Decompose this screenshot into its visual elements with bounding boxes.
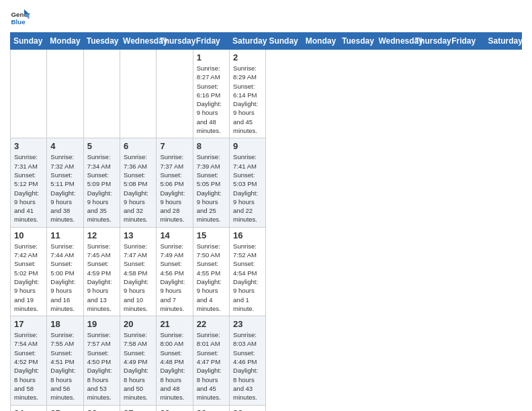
day-info: Sunrise: 7:55 AM Sunset: 4:51 PM Dayligh…: [50, 330, 79, 402]
day-of-week-header: Tuesday: [339, 33, 375, 50]
day-info: Sunrise: 8:00 AM Sunset: 4:48 PM Dayligh…: [160, 330, 189, 402]
calendar-day-cell: 12Sunrise: 7:45 AM Sunset: 4:59 PM Dayli…: [83, 227, 120, 316]
page-header: General Blue: [10, 7, 522, 27]
day-number: 1: [197, 52, 226, 62]
day-info: Sunrise: 7:36 AM Sunset: 5:08 PM Dayligh…: [124, 152, 152, 224]
day-info: Sunrise: 7:52 AM Sunset: 4:54 PM Dayligh…: [233, 242, 262, 313]
calendar-week-row: 10Sunrise: 7:42 AM Sunset: 5:02 PM Dayli…: [11, 227, 522, 316]
calendar-header-row: SundayMondayTuesdayWednesdayThursdayFrid…: [11, 33, 522, 50]
svg-text:Blue: Blue: [11, 18, 26, 26]
day-of-week-header: Wednesday: [375, 33, 412, 50]
calendar-day-cell: 26Sunrise: 8:07 AM Sunset: 4:44 PM Dayli…: [83, 405, 120, 411]
calendar-day-cell: 23Sunrise: 8:03 AM Sunset: 4:46 PM Dayli…: [230, 316, 266, 405]
calendar-day-cell: 8Sunrise: 7:39 AM Sunset: 5:05 PM Daylig…: [193, 138, 229, 227]
calendar-day-cell: 30Sunrise: 8:13 AM Sunset: 4:41 PM Dayli…: [230, 405, 266, 411]
day-of-week-header: Sunday: [11, 33, 47, 50]
calendar-day-cell: 28Sunrise: 8:10 AM Sunset: 4:42 PM Dayli…: [157, 405, 193, 411]
calendar-day-cell: [157, 50, 193, 138]
day-info: Sunrise: 7:32 AM Sunset: 5:11 PM Dayligh…: [50, 152, 79, 224]
day-info: Sunrise: 7:41 AM Sunset: 5:03 PM Dayligh…: [233, 152, 262, 224]
calendar-day-cell: 20Sunrise: 7:58 AM Sunset: 4:49 PM Dayli…: [120, 316, 157, 405]
day-of-week-header: Thursday: [412, 33, 448, 50]
calendar-day-cell: 13Sunrise: 7:47 AM Sunset: 4:58 PM Dayli…: [120, 227, 157, 316]
day-info: Sunrise: 8:27 AM Sunset: 6:16 PM Dayligh…: [197, 64, 226, 135]
day-info: Sunrise: 8:29 AM Sunset: 6:14 PM Dayligh…: [233, 64, 262, 135]
day-number: 15: [197, 230, 226, 240]
day-of-week-header: Tuesday: [83, 33, 120, 50]
day-number: 29: [197, 408, 226, 412]
calendar-week-row: 24Sunrise: 8:04 AM Sunset: 4:45 PM Dayli…: [11, 405, 522, 411]
day-info: Sunrise: 7:57 AM Sunset: 4:50 PM Dayligh…: [87, 330, 116, 402]
page-container: General Blue SundayMondayTuesdayWednesda…: [0, 0, 532, 411]
day-number: 3: [14, 141, 43, 151]
day-info: Sunrise: 8:03 AM Sunset: 4:46 PM Dayligh…: [233, 330, 262, 402]
day-number: 18: [50, 319, 79, 329]
calendar-table: SundayMondayTuesdayWednesdayThursdayFrid…: [10, 32, 522, 411]
calendar-day-cell: 6Sunrise: 7:36 AM Sunset: 5:08 PM Daylig…: [120, 138, 157, 227]
day-number: 27: [124, 408, 152, 412]
calendar-week-row: 3Sunrise: 7:31 AM Sunset: 5:12 PM Daylig…: [11, 138, 522, 227]
calendar-day-cell: 18Sunrise: 7:55 AM Sunset: 4:51 PM Dayli…: [47, 316, 83, 405]
day-number: 21: [160, 319, 189, 329]
calendar-day-cell: 15Sunrise: 7:50 AM Sunset: 4:55 PM Dayli…: [193, 227, 229, 316]
calendar-day-cell: 25Sunrise: 8:06 AM Sunset: 4:44 PM Dayli…: [47, 405, 83, 411]
day-number: 24: [14, 408, 43, 412]
day-number: 19: [87, 319, 116, 329]
day-number: 25: [50, 408, 79, 412]
calendar-day-cell: 5Sunrise: 7:34 AM Sunset: 5:09 PM Daylig…: [83, 138, 120, 227]
calendar-week-row: 1Sunrise: 8:27 AM Sunset: 6:16 PM Daylig…: [11, 50, 522, 138]
day-info: Sunrise: 7:50 AM Sunset: 4:55 PM Dayligh…: [197, 242, 226, 313]
day-number: 4: [50, 141, 79, 151]
logo-icon: General Blue: [10, 7, 30, 27]
day-of-week-header: Monday: [302, 33, 339, 50]
calendar-day-cell: 14Sunrise: 7:49 AM Sunset: 4:56 PM Dayli…: [157, 227, 193, 316]
day-number: 12: [87, 230, 116, 240]
calendar-day-cell: 27Sunrise: 8:09 AM Sunset: 4:43 PM Dayli…: [120, 405, 157, 411]
day-number: 8: [197, 141, 226, 151]
day-number: 6: [124, 141, 152, 151]
day-of-week-header: Friday: [193, 33, 229, 50]
day-info: Sunrise: 7:39 AM Sunset: 5:05 PM Dayligh…: [197, 152, 226, 224]
calendar-day-cell: 24Sunrise: 8:04 AM Sunset: 4:45 PM Dayli…: [11, 405, 47, 411]
calendar-day-cell: 1Sunrise: 8:27 AM Sunset: 6:16 PM Daylig…: [193, 50, 229, 138]
calendar-day-cell: 11Sunrise: 7:44 AM Sunset: 5:00 PM Dayli…: [47, 227, 83, 316]
calendar-day-cell: 3Sunrise: 7:31 AM Sunset: 5:12 PM Daylig…: [11, 138, 47, 227]
day-number: 16: [233, 230, 262, 240]
calendar-day-cell: 9Sunrise: 7:41 AM Sunset: 5:03 PM Daylig…: [230, 138, 266, 227]
day-info: Sunrise: 7:47 AM Sunset: 4:58 PM Dayligh…: [124, 242, 152, 313]
logo: General Blue: [10, 7, 30, 27]
day-info: Sunrise: 7:44 AM Sunset: 5:00 PM Dayligh…: [50, 242, 79, 313]
day-number: 10: [14, 230, 43, 240]
calendar-day-cell: 7Sunrise: 7:37 AM Sunset: 5:06 PM Daylig…: [157, 138, 193, 227]
day-of-week-header: Wednesday: [120, 33, 157, 50]
calendar-day-cell: 2Sunrise: 8:29 AM Sunset: 6:14 PM Daylig…: [230, 50, 266, 138]
day-info: Sunrise: 7:34 AM Sunset: 5:09 PM Dayligh…: [87, 152, 116, 224]
day-number: 22: [197, 319, 226, 329]
day-of-week-header: Saturday: [485, 33, 522, 50]
day-of-week-header: Friday: [449, 33, 485, 50]
calendar-day-cell: 19Sunrise: 7:57 AM Sunset: 4:50 PM Dayli…: [83, 316, 120, 405]
day-number: 9: [233, 141, 262, 151]
calendar-day-cell: [83, 50, 120, 138]
calendar-day-cell: [11, 50, 47, 138]
day-of-week-header: Sunday: [266, 33, 302, 50]
calendar-day-cell: 21Sunrise: 8:00 AM Sunset: 4:48 PM Dayli…: [157, 316, 193, 405]
day-number: 13: [124, 230, 152, 240]
calendar-day-cell: 29Sunrise: 8:11 AM Sunset: 4:41 PM Dayli…: [193, 405, 229, 411]
calendar-day-cell: 17Sunrise: 7:54 AM Sunset: 4:52 PM Dayli…: [11, 316, 47, 405]
day-info: Sunrise: 7:31 AM Sunset: 5:12 PM Dayligh…: [14, 152, 43, 224]
day-number: 20: [124, 319, 152, 329]
day-number: 7: [160, 141, 189, 151]
day-number: 14: [160, 230, 189, 240]
day-number: 28: [160, 408, 189, 412]
day-number: 2: [233, 52, 262, 62]
calendar-day-cell: 10Sunrise: 7:42 AM Sunset: 5:02 PM Dayli…: [11, 227, 47, 316]
day-info: Sunrise: 7:49 AM Sunset: 4:56 PM Dayligh…: [160, 242, 189, 313]
calendar-week-row: 17Sunrise: 7:54 AM Sunset: 4:52 PM Dayli…: [11, 316, 522, 405]
calendar-day-cell: 22Sunrise: 8:01 AM Sunset: 4:47 PM Dayli…: [193, 316, 229, 405]
calendar-day-cell: [47, 50, 83, 138]
day-number: 30: [233, 408, 262, 412]
day-info: Sunrise: 8:01 AM Sunset: 4:47 PM Dayligh…: [197, 330, 226, 402]
calendar-day-cell: 16Sunrise: 7:52 AM Sunset: 4:54 PM Dayli…: [230, 227, 266, 316]
day-info: Sunrise: 7:42 AM Sunset: 5:02 PM Dayligh…: [14, 242, 43, 313]
